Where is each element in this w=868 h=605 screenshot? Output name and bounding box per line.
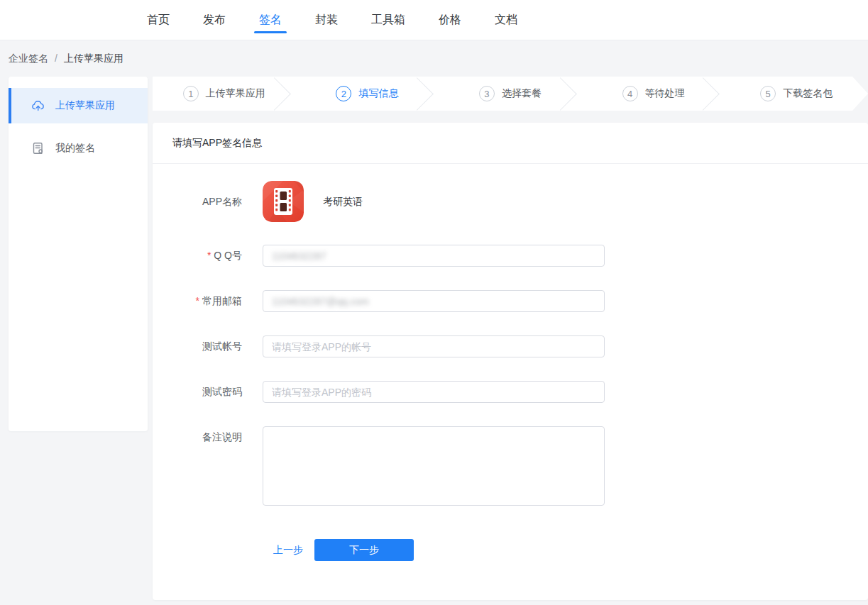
main-nav: 首页 发布 签名 封装 工具箱 价格 文档 — [0, 0, 868, 40]
sidebar-item-my-signatures[interactable]: 我的签名 — [9, 131, 148, 166]
notes-textarea[interactable] — [263, 426, 605, 506]
step-3-choose-plan: 3 选择套餐 — [439, 77, 582, 111]
signing-info-card: 请填写APP签名信息 APP名称 — [153, 123, 868, 600]
nav-item-pricing[interactable]: 价格 — [439, 0, 461, 40]
step-label: 选择套餐 — [502, 87, 542, 100]
sidebar-item-upload-ios-app[interactable]: 上传苹果应用 — [9, 88, 148, 123]
step-number: 1 — [183, 86, 199, 101]
sidebar-item-label: 上传苹果应用 — [55, 99, 115, 112]
prev-step-button[interactable]: 上一步 — [273, 544, 303, 557]
sidebar: 上传苹果应用 我的签名 — [9, 77, 148, 431]
app-name-label: APP名称 — [153, 181, 242, 222]
test-password-row: 测试密码 — [153, 381, 868, 403]
step-label: 下载签名包 — [783, 87, 833, 100]
form-actions: 上一步 下一步 — [153, 539, 868, 561]
step-label: 等待处理 — [645, 87, 685, 100]
nav-item-signing[interactable]: 签名 — [259, 0, 282, 40]
breadcrumb-separator: / — [55, 52, 57, 64]
step-label: 填写信息 — [358, 87, 398, 100]
nav-item-docs[interactable]: 文档 — [495, 0, 517, 40]
email-input[interactable]: 1104632287@qq.com — [263, 290, 605, 312]
step-1-upload-app: 1 上传苹果应用 — [153, 77, 296, 111]
step-label: 上传苹果应用 — [206, 87, 265, 100]
signing-info-form: APP名称 — [153, 164, 868, 561]
qq-number-value-blurred: 1104632287 — [272, 250, 326, 262]
step-number: 3 — [479, 86, 495, 101]
sidebar-item-label: 我的签名 — [55, 142, 95, 155]
test-account-input[interactable] — [272, 336, 595, 357]
test-account-label: 测试帐号 — [153, 335, 242, 357]
nav-item-publish[interactable]: 发布 — [203, 0, 226, 40]
notes-label: 备注说明 — [153, 426, 242, 508]
qq-number-label: Q Q号 — [214, 250, 242, 261]
step-number: 2 — [336, 86, 351, 101]
app-name-row: APP名称 — [153, 181, 868, 222]
email-label: 常用邮箱 — [202, 295, 242, 306]
step-4-wait-processing: 4 等待处理 — [582, 77, 725, 111]
app-name-value: 考研英语 — [323, 181, 363, 222]
test-account-row: 测试帐号 — [153, 335, 868, 357]
step-number: 5 — [760, 86, 776, 101]
nav-item-toolbox[interactable]: 工具箱 — [371, 0, 405, 40]
step-number: 4 — [622, 86, 638, 101]
email-value-blurred: 1104632287@qq.com — [272, 296, 369, 307]
test-password-label: 测试密码 — [153, 381, 242, 403]
test-password-input[interactable] — [272, 382, 595, 402]
step-5-download-package: 5 下载签名包 — [725, 77, 868, 111]
nav-item-home[interactable]: 首页 — [147, 0, 170, 40]
top-nav-bar: 首页 发布 签名 封装 工具箱 价格 文档 — [0, 0, 868, 40]
required-asterisk: * — [207, 250, 211, 261]
breadcrumb-current: 上传苹果应用 — [64, 52, 123, 64]
email-row: *常用邮箱 1104632287@qq.com — [153, 290, 868, 312]
next-step-button[interactable]: 下一步 — [314, 539, 414, 561]
step-wizard: 1 上传苹果应用 2 填写信息 3 选择套餐 4 等待处理 5 下载签名包 — [153, 77, 868, 111]
breadcrumb-parent[interactable]: 企业签名 — [9, 52, 48, 64]
signature-doc-icon — [31, 141, 45, 155]
form-title: 请填写APP签名信息 — [153, 123, 868, 164]
film-app-icon — [263, 181, 304, 222]
cloud-upload-icon — [31, 99, 45, 113]
nav-item-packaging[interactable]: 封装 — [315, 0, 338, 40]
qq-number-row: *Q Q号 1104632287 — [153, 245, 868, 267]
notes-row: 备注说明 — [153, 426, 868, 508]
step-2-fill-info: 2 填写信息 — [296, 77, 439, 111]
breadcrumb: 企业签名/上传苹果应用 — [0, 40, 868, 77]
required-asterisk: * — [196, 295, 199, 306]
qq-number-input[interactable]: 1104632287 — [263, 245, 605, 267]
